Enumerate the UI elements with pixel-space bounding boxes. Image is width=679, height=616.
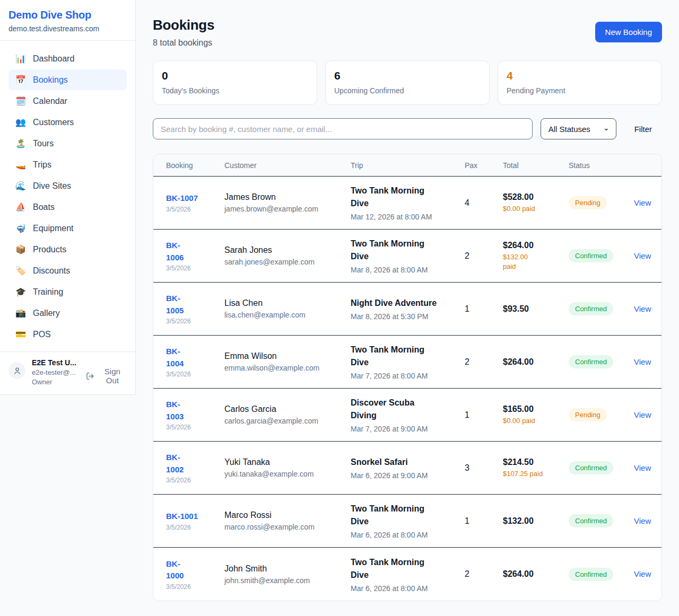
- booking-id-link[interactable]: BK- 1002: [166, 452, 184, 476]
- view-link[interactable]: View: [634, 198, 651, 207]
- view-link[interactable]: View: [634, 304, 651, 313]
- customer-name: Carlos Garcia: [224, 404, 351, 414]
- status-cell: Confirmed: [569, 302, 634, 315]
- booking-date: 3/5/2026: [166, 477, 224, 484]
- sidebar-item-boats[interactable]: ⛵ Boats: [8, 197, 127, 217]
- view-link[interactable]: View: [634, 569, 651, 578]
- status-badge: Confirmed: [569, 568, 613, 581]
- sidebar-item-dive-sites[interactable]: 🌊 Dive Sites: [8, 175, 127, 196]
- table-row: BK- 1003 3/5/2026 Carlos Garcia carlos.g…: [153, 389, 661, 442]
- trip-cell: Two Tank Morning Dive Mar 6, 2026 at 8:0…: [351, 556, 465, 593]
- customer-email: yuki.tanaka@example.com: [224, 470, 351, 478]
- customer-name: John Smith: [224, 564, 351, 574]
- sidebar-item-bookings[interactable]: 📅 Bookings: [8, 69, 127, 90]
- column-header-booking: Booking: [166, 161, 224, 170]
- sidebar-item-trips[interactable]: 🚤 Trips: [8, 154, 127, 175]
- customer-name: Lisa Chen: [224, 298, 351, 308]
- nav-item-icon: 🏝️: [15, 138, 27, 148]
- sidebar-item-discounts[interactable]: 🏷️ Discounts: [8, 260, 127, 281]
- total-cell: $165.00 $0.00 paid: [503, 404, 569, 426]
- view-link[interactable]: View: [634, 463, 651, 472]
- stat-value: 4: [507, 69, 653, 82]
- sidebar-item-pos[interactable]: 💳 POS: [8, 324, 127, 345]
- sidebar-item-training[interactable]: 🎓 Training: [8, 281, 127, 302]
- booking-id-link[interactable]: BK-1001: [166, 511, 198, 523]
- booking-id-link[interactable]: BK- 1005: [166, 293, 184, 316]
- view-link[interactable]: View: [634, 357, 651, 366]
- sign-out-button[interactable]: Sign Out: [86, 367, 127, 385]
- status-cell: Pending: [569, 196, 634, 209]
- stat-label: Today's Bookings: [162, 86, 308, 95]
- customer-email: emma.wilson@example.com: [224, 364, 351, 372]
- customer-email: john.smith@example.com: [224, 576, 351, 585]
- booking-id-link[interactable]: BK- 1004: [166, 346, 184, 369]
- sidebar-nav: 📊 Dashboard 📅 Bookings 🗓️ Calendar 👥 Cus…: [0, 40, 135, 351]
- sidebar-item-equipment[interactable]: 🤿 Equipment: [8, 218, 127, 239]
- customer-cell: Lisa Chen lisa.chen@example.com: [224, 298, 351, 319]
- customer-name: Yuki Tanaka: [224, 457, 351, 467]
- total-cell: $528.00 $0.00 paid: [503, 192, 569, 214]
- pax-cell: 2: [465, 569, 503, 579]
- chevron-down-icon: ⌄: [603, 124, 610, 131]
- status-cell: Confirmed: [569, 355, 634, 368]
- nav-item-label: Bookings: [33, 75, 68, 85]
- sidebar-item-dashboard[interactable]: 📊 Dashboard: [8, 48, 127, 69]
- sidebar-item-products[interactable]: 📦 Products: [8, 239, 127, 260]
- booking-cell: BK- 1002 3/5/2026: [166, 452, 224, 484]
- trip-name: Two Tank Morning Dive: [351, 556, 465, 582]
- sidebar-item-calendar[interactable]: 🗓️ Calendar: [8, 91, 127, 111]
- table-row: BK-1001 3/5/2026 Marco Rossi marco.rossi…: [153, 495, 661, 548]
- user-name: E2E Test U...: [32, 358, 80, 367]
- booking-id-link[interactable]: BK- 1003: [166, 399, 184, 423]
- total-amount: $264.00: [503, 569, 569, 579]
- nav-item-label: Training: [33, 287, 63, 297]
- table-row: BK-1007 3/5/2026 James Brown james.brown…: [153, 177, 661, 230]
- trip-name: Discover Scuba Diving: [351, 397, 465, 422]
- nav-item-label: Calendar: [33, 96, 67, 106]
- status-filter-select[interactable]: All Statuses ⌄: [541, 118, 616, 139]
- sign-out-label: Sign Out: [98, 367, 127, 385]
- customer-cell: Carlos Garcia carlos.garcia@example.com: [224, 404, 351, 425]
- sidebar-item-tours[interactable]: 🏝️ Tours: [8, 133, 127, 154]
- status-cell: Pending: [569, 408, 634, 421]
- trip-name: Two Tank Morning Dive: [351, 184, 465, 210]
- trip-name: Two Tank Morning Dive: [351, 344, 465, 369]
- customer-cell: Yuki Tanaka yuki.tanaka@example.com: [224, 457, 351, 478]
- total-paid: $0.00 paid: [503, 204, 569, 214]
- booking-cell: BK- 1000 3/5/2026: [166, 558, 224, 591]
- customer-email: sarah.jones@example.com: [224, 258, 351, 266]
- trip-time: Mar 6, 2026 at 8:00 AM: [351, 584, 465, 593]
- view-link[interactable]: View: [634, 410, 651, 419]
- booking-id-link[interactable]: BK- 1000: [166, 558, 184, 582]
- main-content: Bookings 8 total bookings New Booking 0 …: [153, 17, 662, 601]
- view-link[interactable]: View: [634, 251, 651, 260]
- brand-name[interactable]: Demo Dive Shop: [8, 9, 127, 21]
- booking-cell: BK- 1006 3/5/2026: [166, 240, 224, 272]
- total-amount: $93.50: [503, 304, 569, 314]
- trip-cell: Night Dive Adventure Mar 8, 2026 at 5:30…: [351, 297, 465, 321]
- status-badge: Confirmed: [569, 514, 613, 527]
- filter-button[interactable]: Filter: [624, 125, 662, 134]
- total-amount: $214.50: [503, 457, 569, 467]
- customer-cell: John Smith john.smith@example.com: [224, 564, 351, 585]
- logout-icon: [86, 372, 94, 381]
- actions-cell: View: [634, 410, 651, 420]
- total-paid: $132.00 paid: [503, 252, 569, 271]
- booking-id-link[interactable]: BK-1007: [166, 192, 198, 205]
- sidebar-item-customers[interactable]: 👥 Customers: [8, 112, 127, 133]
- customer-email: lisa.chen@example.com: [224, 311, 351, 319]
- new-booking-button[interactable]: New Booking: [595, 22, 662, 42]
- sidebar-item-gallery[interactable]: 📸 Gallery: [8, 303, 127, 323]
- customer-email: carlos.garcia@example.com: [224, 417, 351, 425]
- view-link[interactable]: View: [634, 516, 651, 525]
- column-header-status: Status: [569, 161, 634, 170]
- trip-name: Night Dive Adventure: [351, 297, 465, 310]
- trip-cell: Two Tank Morning Dive Mar 6, 2026 at 8:0…: [351, 503, 465, 539]
- total-cell: $264.00: [503, 569, 569, 579]
- user-section: E2E Test U... e2e-tester@... Owner Sign …: [0, 351, 135, 394]
- page-subtitle: 8 total bookings: [153, 38, 214, 48]
- nav-item-label: Boats: [33, 203, 55, 212]
- search-input[interactable]: [153, 118, 533, 139]
- booking-id-link[interactable]: BK- 1006: [166, 240, 184, 263]
- nav-item-label: Trips: [33, 160, 51, 170]
